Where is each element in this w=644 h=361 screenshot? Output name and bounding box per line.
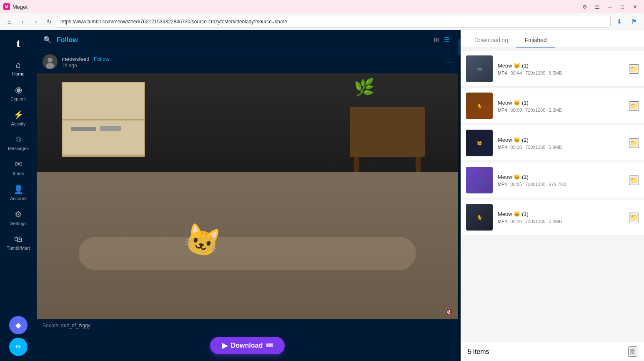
edit-button[interactable]: ✏: [9, 338, 28, 356]
item-title: Meow 🐱 (1): [498, 100, 624, 106]
title-bar: M Meget ⚙ ☰ ─ □ ✕: [0, 0, 644, 13]
item-folder-button[interactable]: 📁: [629, 213, 639, 222]
settings-icon: ⚙: [15, 209, 22, 219]
item-title: Meow 🐱 (1): [498, 211, 624, 217]
app-icon: M: [3, 3, 10, 10]
settings-button[interactable]: ⚙: [579, 2, 591, 11]
item-format: MP4: [498, 145, 507, 150]
item-thumbnail: 🐈: [466, 204, 493, 231]
maximize-button[interactable]: □: [616, 2, 628, 11]
item-resolution: 720x1280: [525, 70, 545, 75]
list-item: 🐱 Meow 🐱 (1) MP4 00:10 720x1280 3.9MB 📁: [461, 125, 644, 161]
sidebar-bottom: ◆ ✏: [9, 316, 28, 356]
item-thumbnail: 🐱: [466, 130, 493, 156]
post-follow-link[interactable]: Follow: [94, 56, 110, 62]
forward-button[interactable]: ›: [30, 16, 42, 28]
meget-items-list: 📹 Meow 🐱 (1) MP4 00:44 720x1280 8.5MB 📁 …: [461, 48, 644, 342]
home-button[interactable]: ⌂: [3, 16, 15, 28]
tab-finished[interactable]: Finished: [516, 33, 555, 48]
bookmark-button[interactable]: ⚑: [627, 16, 641, 28]
post-video[interactable]: 🌿 🐱 🔇: [37, 73, 458, 319]
item-size: 3.9MB: [549, 145, 562, 150]
post-card: meowsfeed Follow 1h ago ···: [37, 50, 458, 330]
item-info: Meow 🐱 (1) MP4 00:44 720x1280 8.5MB: [498, 63, 624, 75]
item-folder-button[interactable]: 📁: [629, 175, 639, 185]
content-wrapper: 🔍 Follow ⊞ ☰: [37, 30, 458, 361]
post-menu-button[interactable]: ···: [446, 58, 452, 66]
item-folder-button[interactable]: 📁: [629, 138, 639, 148]
item-meta: MP4 00:10 720x1280 2.0MB: [498, 219, 624, 224]
item-format: MP4: [498, 219, 507, 224]
sidebar-item-tumblrmart[interactable]: 🛍 TumblrMart: [2, 231, 35, 254]
title-bar-left: M Meget: [3, 3, 28, 10]
item-duration: 00:05: [511, 182, 522, 187]
item-resolution: 720x1280: [525, 145, 545, 150]
sidebar-item-messages-label: Messages: [8, 146, 29, 151]
item-folder-button[interactable]: 📁: [629, 101, 639, 111]
source-label: Source:: [43, 323, 60, 328]
keyboard-icon: ⌨: [266, 343, 273, 348]
sidebar-item-account[interactable]: 👤 Account: [2, 181, 35, 204]
back-button[interactable]: ‹: [17, 16, 28, 28]
item-folder-button[interactable]: 📁: [629, 64, 639, 74]
delete-all-button[interactable]: 🗑: [628, 346, 637, 357]
post-author-name: meowsfeed: [62, 56, 89, 62]
meget-tabs: Downloading Finished: [461, 30, 644, 48]
menu-button[interactable]: ☰: [591, 2, 603, 11]
video-volume-control[interactable]: 🔇: [445, 308, 453, 316]
home-icon: ⌂: [16, 60, 21, 70]
download-button[interactable]: ▶ Download ⌨: [210, 337, 285, 354]
messages-icon: ☺: [14, 135, 23, 144]
tumblr-logo: t: [10, 35, 27, 52]
item-format: MP4: [498, 182, 507, 187]
item-duration: 00:10: [511, 145, 522, 150]
item-thumbnail: 🐾: [466, 167, 493, 193]
post-footer: Source: cult_of_ziggy: [37, 319, 458, 330]
url-bar[interactable]: [57, 16, 611, 28]
minimize-button[interactable]: ─: [604, 2, 616, 11]
items-count: 5 items: [468, 348, 489, 356]
tumblr-sidebar: t ⌂ Home ◉ Explore ⚡ Activity ☺ Messages…: [0, 30, 37, 361]
browser-area: 🔍 Follow ⊞ ☰: [37, 30, 461, 361]
sidebar-item-home-label: Home: [12, 71, 24, 76]
item-info: Meow 🐱 (1) MP4 00:10 720x1280 3.9MB: [498, 137, 624, 150]
main-layout: t ⌂ Home ◉ Explore ⚡ Activity ☺ Messages…: [0, 30, 644, 361]
sidebar-item-explore[interactable]: ◉ Explore: [2, 81, 35, 105]
diamond-button[interactable]: ◆: [9, 316, 28, 334]
item-resolution: 720x1280: [525, 219, 545, 224]
item-size: 2.0MB: [549, 219, 562, 224]
sidebar-item-settings-label: Settings: [10, 221, 27, 226]
grid-view-button[interactable]: ⊞: [432, 35, 441, 45]
scrollbar-thumb[interactable]: [458, 38, 461, 55]
meget-footer: 5 items 🗑: [461, 342, 644, 361]
sidebar-item-explore-label: Explore: [10, 96, 26, 101]
item-size: 2.2MB: [549, 108, 562, 113]
sidebar-item-settings[interactable]: ⚙ Settings: [2, 206, 35, 229]
sidebar-item-messages[interactable]: ☺ Messages: [2, 131, 35, 154]
source-link[interactable]: cult_of_ziggy: [61, 323, 90, 328]
list-view-button[interactable]: ☰: [442, 35, 451, 45]
item-title: Meow 🐱 (1): [498, 137, 624, 143]
view-buttons: ⊞ ☰: [432, 35, 451, 45]
item-resolution: 720x1280: [525, 108, 545, 113]
item-duration: 00:10: [511, 219, 522, 224]
sidebar-item-account-label: Account: [10, 196, 27, 201]
item-thumbnail: 📹: [466, 55, 493, 82]
download-area: ▶ Download ⌨: [37, 330, 458, 361]
refresh-button[interactable]: ↻: [43, 16, 55, 28]
app-title: Meget: [13, 4, 28, 10]
avatar: [43, 54, 58, 69]
svg-point-1: [48, 58, 53, 63]
item-thumbnail: 🐈: [466, 93, 493, 119]
posts-header: 🔍 Follow ⊞ ☰: [37, 30, 458, 50]
download-page-button[interactable]: ⬇: [612, 16, 626, 28]
item-size: 979.7KB: [549, 182, 566, 187]
sidebar-item-activity[interactable]: ⚡ Activity: [2, 106, 35, 130]
item-size: 8.5MB: [549, 70, 562, 75]
sidebar-item-inbox[interactable]: ✉ Inbox: [2, 156, 35, 179]
item-resolution: 720x1280: [525, 182, 545, 187]
close-button[interactable]: ✕: [629, 2, 641, 11]
tab-downloading[interactable]: Downloading: [466, 33, 516, 48]
item-title: Meow 🐱 (1): [498, 63, 624, 69]
sidebar-item-home[interactable]: ⌂ Home: [2, 57, 35, 80]
